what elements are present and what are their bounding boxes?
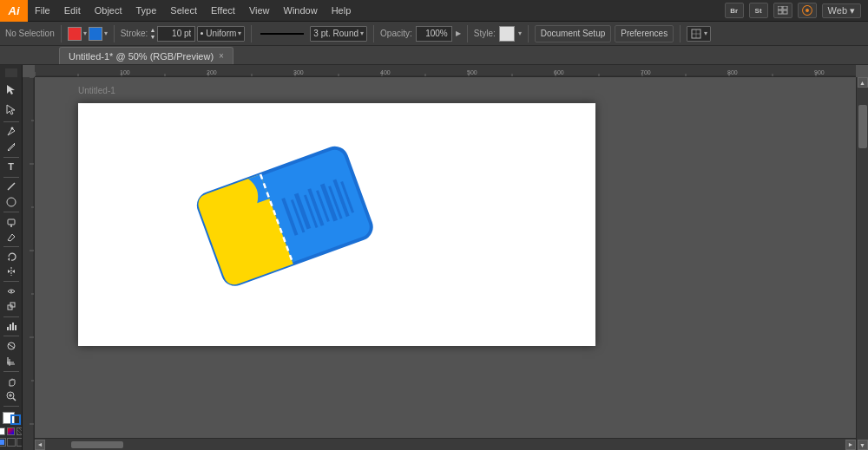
normal-draw[interactable] <box>0 438 6 447</box>
tool-sep-10 <box>3 406 19 407</box>
stroke-label: Stroke: <box>121 29 148 38</box>
menu-items: File Edit Object Type Select Effect View… <box>28 0 358 21</box>
back-draw[interactable] <box>7 438 16 447</box>
tab-bar: Untitled-1* @ 50% (RGB/Preview) × <box>0 46 868 65</box>
tab-close-button[interactable]: × <box>219 51 224 61</box>
scroll-left-button[interactable]: ◄ <box>35 440 45 450</box>
rotate-icon <box>5 251 17 263</box>
sep1 <box>61 25 62 42</box>
menu-type[interactable]: Type <box>129 0 164 21</box>
svg-rect-23 <box>10 324 11 330</box>
menu-effect[interactable]: Effect <box>204 0 242 21</box>
white-mode[interactable] <box>0 427 5 435</box>
menu-select[interactable]: Select <box>163 0 204 21</box>
scroll-right-button[interactable]: ► <box>845 440 856 450</box>
h-scroll-track[interactable] <box>45 440 845 449</box>
svg-text:300: 300 <box>293 69 304 75</box>
svg-rect-0 <box>778 6 782 10</box>
stroke-input[interactable] <box>157 26 195 42</box>
scrollbar-horizontal[interactable]: ◄ ► <box>35 438 856 450</box>
document-tab[interactable]: Untitled-1* @ 50% (RGB/Preview) × <box>59 47 233 64</box>
fill-stroke-group: ▾ ▾ <box>68 27 108 41</box>
menu-file[interactable]: File <box>28 0 57 21</box>
type-tool[interactable]: T <box>2 160 21 173</box>
opacity-input[interactable] <box>416 26 452 42</box>
pen-tool[interactable] <box>2 125 21 139</box>
pencil-icon <box>5 140 17 153</box>
transform-dropdown[interactable]: ▾ <box>687 26 711 42</box>
scroll-up-button[interactable]: ▲ <box>858 77 868 88</box>
style-swatch[interactable] <box>499 26 515 42</box>
scrollbar-vertical[interactable]: ▲ ▼ <box>856 77 868 450</box>
stroke-dot <box>201 32 203 35</box>
menu-window[interactable]: Window <box>277 0 325 21</box>
workspace-chevron: ▾ <box>850 5 855 16</box>
tool-sep-8 <box>3 336 19 336</box>
hand-tool[interactable] <box>2 374 21 388</box>
rotate-tool[interactable] <box>2 250 21 264</box>
none-mode[interactable] <box>16 427 23 435</box>
zoom-tool[interactable] <box>2 389 21 403</box>
stroke-up[interactable]: ▲ <box>149 27 155 33</box>
direct-selection-tool[interactable] <box>2 100 21 119</box>
stroke-type-dropdown[interactable]: Uniform ▾ <box>197 26 245 42</box>
hand-icon <box>5 375 17 388</box>
scroll-down-button[interactable]: ▼ <box>858 440 868 450</box>
canvas-area: 100 200 300 400 500 600 700 800 900 <box>23 65 868 450</box>
selection-tool[interactable] <box>2 80 21 99</box>
ticket-container <box>191 134 382 309</box>
svg-rect-13 <box>8 219 15 225</box>
menu-view[interactable]: View <box>242 0 277 21</box>
scroll-thumb[interactable] <box>858 105 867 148</box>
stroke-swatch[interactable] <box>89 27 102 41</box>
ellipse-tool[interactable] <box>2 195 21 209</box>
tool-sep-1 <box>3 121 19 122</box>
menu-bar: Ai File Edit Object Type Select Effect V… <box>0 0 868 22</box>
style-label: Style: <box>474 29 496 38</box>
h-scroll-thumb[interactable] <box>71 441 123 448</box>
svg-text:900: 900 <box>814 69 825 75</box>
chart-tool[interactable] <box>2 319 21 333</box>
stroke-color-box[interactable] <box>10 414 21 425</box>
selection-label: No Selection <box>5 29 55 38</box>
ticket-svg <box>191 134 382 307</box>
svg-text:800: 800 <box>727 69 738 75</box>
stroke-down[interactable]: ▼ <box>149 34 155 40</box>
document-setup-button[interactable]: Document Setup <box>535 25 612 42</box>
scroll-track[interactable] <box>858 88 868 440</box>
pencil-tool[interactable] <box>2 140 21 153</box>
stock-icon-btn[interactable]: St <box>749 3 768 18</box>
menu-edit[interactable]: Edit <box>57 0 88 21</box>
ruler-vertical <box>23 77 35 450</box>
grid-icon <box>778 6 788 15</box>
svg-text:100: 100 <box>120 69 130 75</box>
bridge-icon-btn[interactable]: Br <box>725 3 744 18</box>
scale-tool[interactable] <box>2 299 21 313</box>
svg-marker-15 <box>8 258 10 261</box>
color-icon-btn[interactable]: ⦿ <box>798 3 817 18</box>
crop-tool[interactable] <box>2 354 21 368</box>
grid-icon-btn[interactable] <box>773 3 792 18</box>
reflect-tool[interactable] <box>2 264 21 278</box>
eraser-tool[interactable] <box>2 230 21 244</box>
direct-selection-group <box>2 100 21 119</box>
stroke-style-dropdown[interactable]: 3 pt. Round ▾ <box>310 26 367 42</box>
menu-object[interactable]: Object <box>88 0 129 21</box>
warp-tool[interactable] <box>2 284 21 298</box>
artboard-label: Untitled-1 <box>78 86 115 95</box>
paint-tool[interactable] <box>2 215 21 229</box>
svg-rect-25 <box>15 325 16 330</box>
workspace-dropdown[interactable]: Web ▾ <box>822 3 861 18</box>
tool-sep-4 <box>3 212 19 212</box>
direct-selection-icon <box>5 103 17 115</box>
svg-point-9 <box>10 127 13 130</box>
gradient-mode[interactable] <box>7 427 15 435</box>
line-tool[interactable] <box>2 179 21 193</box>
line-icon <box>5 180 17 192</box>
menu-help[interactable]: Help <box>325 0 358 21</box>
slice-tool[interactable] <box>2 339 21 353</box>
fill-swatch[interactable] <box>68 27 82 41</box>
inside-draw[interactable] <box>16 438 23 447</box>
preferences-button[interactable]: Preferences <box>615 25 674 42</box>
tool-sep-3 <box>3 177 19 178</box>
